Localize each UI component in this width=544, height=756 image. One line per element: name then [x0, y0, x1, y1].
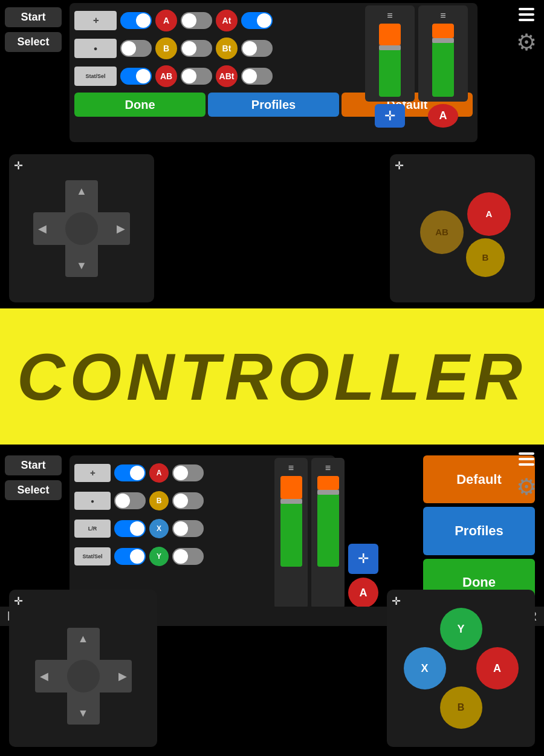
- row3-toggle2[interactable]: [181, 68, 212, 85]
- dpad-right-bot[interactable]: ▶: [118, 670, 127, 683]
- vol-track-right-bot[interactable]: [317, 476, 339, 567]
- row2-toggle3[interactable]: [241, 40, 273, 57]
- bot-row2-btn: B: [149, 491, 169, 510]
- bot-row3-btn: X: [149, 519, 169, 538]
- bot-row4-btn: Y: [149, 547, 169, 566]
- row3-label: Stat/Sel: [74, 67, 117, 86]
- dpad-down-bot[interactable]: ▼: [78, 707, 89, 720]
- vol-track-left[interactable]: [379, 24, 401, 97]
- start-button-top[interactable]: Start: [5, 7, 62, 27]
- bot-row1-label: ✛: [74, 464, 111, 482]
- done-button-top[interactable]: Done: [74, 93, 206, 117]
- vol-menu-right-bot: ≡: [325, 463, 331, 474]
- a-button-top[interactable]: A: [467, 192, 511, 236]
- dpad-right[interactable]: ▶: [117, 222, 125, 235]
- start-select-bottom: Start Select: [0, 455, 66, 500]
- profiles-button-bottom[interactable]: Profiles: [423, 507, 535, 555]
- a-button-bottom[interactable]: A: [476, 647, 519, 689]
- row1-toggle2[interactable]: [181, 12, 212, 29]
- top-right-icons: ⚙: [514, 3, 539, 54]
- y-button-bottom[interactable]: Y: [440, 608, 482, 650]
- bot-row3-toggle2[interactable]: [172, 520, 204, 537]
- vol-menu-left: ≡: [387, 10, 392, 21]
- row1-btn-a: A: [155, 10, 177, 31]
- dpad-panel-bottom: ✛ ▲ ▼ ◀ ▶: [9, 590, 157, 747]
- x-button-bottom[interactable]: X: [404, 647, 446, 689]
- cross-btn-vol[interactable]: ✛: [375, 104, 405, 128]
- vol-track-left-bot[interactable]: [280, 476, 302, 567]
- row3-btn-ab: AB: [155, 65, 177, 87]
- row2-toggle2[interactable]: [181, 40, 212, 57]
- menu-icon-top[interactable]: [514, 3, 539, 26]
- bot-row4-label: Stat/Sel: [74, 547, 111, 565]
- a-btn-vol[interactable]: A: [428, 104, 458, 128]
- row1-label: ✛: [74, 11, 117, 30]
- vol-bottom-btns: ✛ A: [348, 458, 378, 610]
- gear-icon-top[interactable]: ⚙: [516, 31, 537, 54]
- volume-panel-top: ≡ ✛ ≡ A: [363, 3, 474, 130]
- profiles-button-top[interactable]: Profiles: [208, 93, 339, 117]
- row3-btn-abt: ABt: [216, 65, 238, 87]
- bot-row2-label: ●: [74, 492, 111, 510]
- row1-btn-at: At: [216, 10, 238, 31]
- btn-panel-top: ✛ AB A B: [390, 154, 535, 302]
- bottom-section: Start Select ✛ A ● B L/R X Stat/Sel: [0, 445, 544, 756]
- dpad-center-bot[interactable]: [67, 660, 100, 692]
- select-button-top[interactable]: Select: [5, 32, 62, 52]
- yellow-banner: CONTROLLER: [0, 308, 544, 445]
- btn-panel-bottom: ✛ Y X A B: [387, 590, 535, 747]
- move-icon-btn-top: ✛: [395, 159, 404, 172]
- dpad-up[interactable]: ▲: [76, 185, 87, 198]
- vol-menu-left-bot: ≡: [288, 463, 294, 474]
- move-icon-top: ✛: [14, 159, 23, 172]
- vol-track-right[interactable]: [432, 24, 454, 97]
- row2-toggle1[interactable]: [120, 40, 152, 57]
- row3-toggle1[interactable]: [120, 68, 152, 85]
- gear-icon-bottom[interactable]: ⚙: [516, 475, 537, 498]
- row2-btn-b: B: [155, 37, 177, 59]
- dpad-up-bot[interactable]: ▲: [78, 633, 89, 645]
- menu-icon-bottom[interactable]: [514, 448, 539, 471]
- dpad-bottom: ▲ ▼ ◀ ▶: [35, 628, 132, 725]
- dpad-top: ▲ ▼ ◀ ▶: [33, 180, 130, 277]
- row1-toggle1[interactable]: [120, 12, 152, 29]
- vol-slider-right-bottom: ≡: [311, 458, 345, 609]
- dpad-center[interactable]: [65, 212, 98, 245]
- b-button-bottom[interactable]: B: [440, 686, 482, 729]
- dpad-panel-top: ✛ ▲ ▼ ◀ ▶: [9, 154, 154, 302]
- bot-row3-toggle1[interactable]: [114, 520, 146, 537]
- bot-row2-toggle1[interactable]: [114, 492, 146, 509]
- b-button-top[interactable]: B: [466, 238, 505, 277]
- row3-toggle3[interactable]: [241, 68, 273, 85]
- vol-slider-left-bottom: ≡: [274, 458, 308, 609]
- vol-menu-right: ≡: [440, 10, 445, 21]
- bot-row1-toggle1[interactable]: [114, 464, 146, 481]
- cross-btn-vol-bot[interactable]: ✛: [348, 544, 378, 574]
- bot-row1-btn: A: [149, 463, 169, 483]
- move-icon-btn-bot: ✛: [392, 595, 401, 608]
- row2-label: ●: [74, 39, 117, 58]
- bot-row3-label: L/R: [74, 520, 111, 538]
- bot-row4-toggle1[interactable]: [114, 548, 146, 565]
- row1-toggle3[interactable]: [241, 12, 273, 29]
- select-button-bottom[interactable]: Select: [5, 480, 62, 500]
- start-button-bottom[interactable]: Start: [5, 455, 62, 475]
- bot-row4-toggle2[interactable]: [172, 548, 204, 565]
- top-section: Start Select ✛ A At ● B Bt Stat/Sel AB: [0, 0, 544, 308]
- dpad-left[interactable]: ◀: [38, 222, 47, 235]
- vol-slider-right-top: ≡: [418, 5, 468, 102]
- row2-btn-bt: Bt: [216, 37, 238, 59]
- start-select-top: Start Select: [0, 0, 66, 73]
- volume-panel-bottom: ≡ ≡ ✛ A: [272, 455, 381, 613]
- a-btn-vol-bot[interactable]: A: [348, 578, 378, 608]
- bot-row2-toggle2[interactable]: [172, 492, 204, 509]
- btn-group-top: AB A B: [408, 174, 517, 283]
- btn-group-bottom: Y X A B: [404, 608, 519, 729]
- vol-slider-left-top: ≡: [365, 5, 415, 102]
- ab-button-top[interactable]: AB: [420, 210, 464, 254]
- bot-row1-toggle2[interactable]: [172, 464, 204, 481]
- dpad-left-bot[interactable]: ◀: [40, 670, 48, 683]
- bottom-right-icons: ⚙: [514, 448, 539, 498]
- banner-title: CONTROLLER: [17, 338, 527, 415]
- dpad-down[interactable]: ▼: [76, 259, 87, 272]
